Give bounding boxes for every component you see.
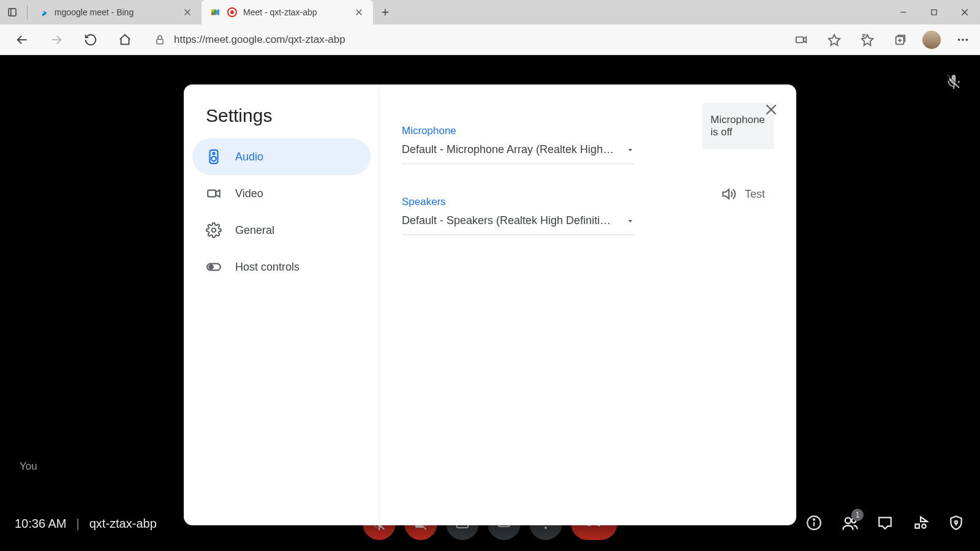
nav-label: Video bbox=[235, 187, 263, 200]
microphone-value: Default - Microphone Array (Realtek High… bbox=[402, 143, 616, 156]
test-label: Test bbox=[745, 188, 765, 201]
chat-button[interactable] bbox=[877, 515, 894, 532]
lock-icon bbox=[154, 34, 165, 45]
people-button[interactable]: 1 bbox=[842, 515, 859, 532]
meeting-details-button[interactable] bbox=[806, 515, 823, 532]
svg-point-25 bbox=[962, 39, 964, 41]
favorite-star-icon[interactable] bbox=[823, 29, 845, 51]
chevron-down-icon bbox=[626, 146, 635, 154]
svg-marker-16 bbox=[804, 37, 807, 42]
url-text: https://meet.google.com/qxt-ztax-abp bbox=[174, 34, 345, 46]
tab-bing[interactable]: mgoogle meet - Bing bbox=[30, 0, 202, 24]
dialog-close-button[interactable] bbox=[757, 96, 785, 124]
speakers-value: Default - Speakers (Realtek High Definit… bbox=[402, 214, 616, 227]
volume-icon bbox=[720, 186, 736, 202]
browser-tabstrip: mgoogle meet - Bing Meet - qxt-ztax-abp bbox=[0, 0, 980, 24]
window-minimize-button[interactable] bbox=[888, 0, 919, 24]
address-bar: https://meet.google.com/qxt-ztax-abp bbox=[0, 24, 980, 55]
svg-point-43 bbox=[213, 152, 214, 154]
favorites-list-icon[interactable] bbox=[856, 29, 878, 51]
svg-marker-54 bbox=[723, 189, 729, 198]
nav-label: Audio bbox=[235, 151, 263, 163]
svg-point-24 bbox=[958, 39, 960, 41]
dialog-title: Settings bbox=[192, 105, 371, 138]
record-icon bbox=[227, 7, 237, 17]
svg-point-35 bbox=[813, 519, 815, 520]
svg-marker-46 bbox=[216, 190, 220, 197]
svg-marker-53 bbox=[628, 220, 633, 222]
svg-point-49 bbox=[209, 265, 213, 269]
speaker-icon bbox=[206, 149, 222, 165]
tab-actions-button[interactable] bbox=[0, 0, 24, 24]
participant-count-badge: 1 bbox=[851, 509, 864, 521]
reload-button[interactable] bbox=[80, 29, 102, 51]
svg-rect-9 bbox=[932, 10, 937, 15]
microphone-select[interactable]: Default - Microphone Array (Realtek High… bbox=[402, 137, 635, 164]
profile-avatar[interactable] bbox=[922, 31, 941, 49]
tab-label: Meet - qxt-ztax-abp bbox=[243, 7, 347, 17]
window-close-button[interactable] bbox=[949, 0, 980, 24]
collections-icon[interactable] bbox=[889, 29, 911, 51]
svg-marker-38 bbox=[921, 517, 927, 522]
svg-rect-39 bbox=[915, 524, 919, 528]
videocam-icon bbox=[206, 186, 222, 201]
tab-meet[interactable]: Meet - qxt-ztax-abp bbox=[202, 0, 373, 24]
test-speakers-button[interactable]: Test bbox=[720, 180, 765, 202]
svg-marker-17 bbox=[829, 34, 840, 45]
svg-rect-14 bbox=[157, 39, 164, 44]
nav-item-general[interactable]: General bbox=[192, 212, 371, 249]
chevron-down-icon bbox=[626, 217, 635, 225]
activities-button[interactable] bbox=[913, 515, 930, 532]
nav-item-host-controls[interactable]: Host controls bbox=[192, 249, 371, 285]
google-meet-icon bbox=[210, 7, 221, 18]
svg-point-26 bbox=[966, 39, 968, 41]
svg-point-44 bbox=[211, 156, 216, 161]
back-button[interactable] bbox=[11, 29, 33, 51]
close-icon bbox=[763, 102, 779, 118]
window-maximize-button[interactable] bbox=[919, 0, 949, 24]
svg-rect-0 bbox=[9, 9, 16, 16]
new-tab-button[interactable] bbox=[373, 0, 398, 24]
close-icon[interactable] bbox=[182, 7, 193, 18]
speakers-section-label: Speakers bbox=[402, 196, 635, 208]
tab-label: mgoogle meet - Bing bbox=[55, 7, 176, 17]
svg-point-40 bbox=[922, 524, 926, 528]
gear-icon bbox=[206, 222, 222, 238]
nav-label: General bbox=[235, 224, 274, 237]
nav-item-audio[interactable]: Audio bbox=[192, 138, 371, 175]
toggle-icon bbox=[206, 259, 222, 275]
svg-rect-45 bbox=[208, 190, 216, 197]
camera-permission-icon[interactable] bbox=[790, 29, 812, 51]
svg-marker-52 bbox=[628, 149, 633, 151]
browser-menu-button[interactable] bbox=[952, 29, 974, 51]
nav-item-video[interactable]: Video bbox=[192, 175, 371, 212]
host-controls-button[interactable] bbox=[948, 515, 965, 532]
meeting-clock: 10:36 AM|qxt-ztax-abp bbox=[15, 517, 157, 531]
forward-button[interactable] bbox=[45, 29, 67, 51]
home-button[interactable] bbox=[114, 29, 136, 51]
self-tile-label: You bbox=[20, 460, 37, 473]
speakers-select[interactable]: Default - Speakers (Realtek High Definit… bbox=[402, 208, 635, 235]
svg-point-47 bbox=[212, 228, 216, 233]
mic-muted-indicator bbox=[946, 73, 962, 89]
close-icon[interactable] bbox=[353, 7, 364, 18]
svg-point-41 bbox=[955, 521, 957, 523]
svg-rect-15 bbox=[796, 37, 804, 42]
bing-icon bbox=[39, 7, 48, 17]
svg-point-36 bbox=[845, 518, 851, 523]
svg-point-32 bbox=[545, 527, 547, 529]
settings-dialog: Settings Audio Video General Host contro… bbox=[184, 84, 796, 525]
url-field[interactable]: https://meet.google.com/qxt-ztax-abp bbox=[148, 34, 778, 46]
nav-label: Host controls bbox=[235, 261, 300, 274]
microphone-section-label: Microphone bbox=[402, 125, 635, 137]
